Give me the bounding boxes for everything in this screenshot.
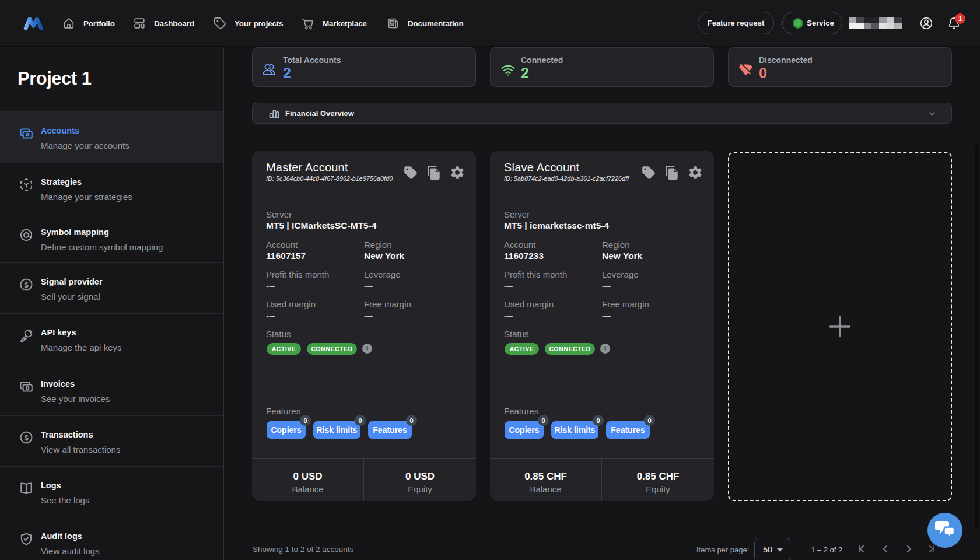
svg-text:$: $ xyxy=(24,281,29,289)
svg-text:$: $ xyxy=(24,433,29,442)
